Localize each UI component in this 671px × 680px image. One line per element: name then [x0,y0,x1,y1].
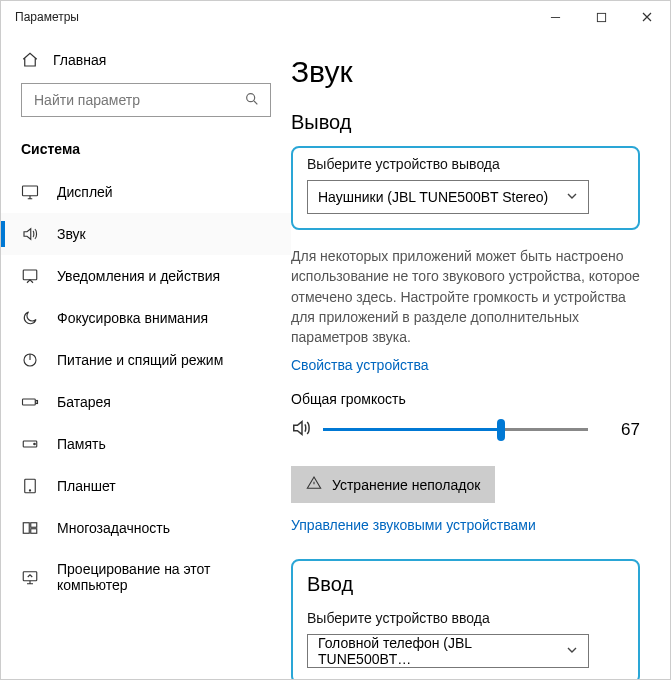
output-description: Для некоторых приложений может быть наст… [291,246,640,347]
output-select-label: Выберите устройство вывода [307,156,624,172]
sidebar-item-projecting[interactable]: Проецирование на этот компьютер [1,549,291,605]
settings-window: Параметры Главная [0,0,671,680]
sidebar-item-label: Планшет [57,478,116,494]
tablet-icon [21,477,39,495]
svg-rect-13 [31,529,37,534]
troubleshoot-button[interactable]: Устранение неполадок [291,466,495,503]
sidebar-item-battery[interactable]: Батарея [1,381,291,423]
input-device-dropdown[interactable]: Головной телефон (JBL TUNE500BT… [307,634,589,668]
sidebar-item-label: Фокусировка внимания [57,310,208,326]
window-controls [532,1,670,33]
svg-point-1 [247,93,255,101]
chevron-down-icon [566,189,578,205]
warning-icon [306,475,322,494]
sidebar-item-notifications[interactable]: Уведомления и действия [1,255,291,297]
input-device-value: Головной телефон (JBL TUNE500BT… [318,635,566,667]
home-link[interactable]: Главная [1,41,291,79]
sound-icon [21,225,39,243]
output-heading: Вывод [291,111,640,134]
sidebar: Главная Система Дисплей [1,33,291,679]
troubleshoot-label: Устранение неполадок [332,477,480,493]
chevron-down-icon [566,643,578,659]
search-input-wrap[interactable] [21,83,271,117]
svg-rect-12 [31,523,37,528]
sidebar-item-label: Многозадачность [57,520,170,536]
sidebar-item-display[interactable]: Дисплей [1,171,291,213]
output-device-highlight: Выберите устройство вывода Наушники (JBL… [291,146,640,230]
projecting-icon [21,568,39,586]
svg-rect-0 [597,13,605,21]
power-icon [21,351,39,369]
svg-point-8 [34,443,36,445]
content: Звук Вывод Выберите устройство вывода На… [291,33,670,679]
multitasking-icon [21,519,39,537]
output-device-value: Наушники (JBL TUNE500BT Stereo) [318,189,548,205]
sidebar-item-sound[interactable]: Звук [1,213,291,255]
home-label: Главная [53,52,106,68]
window-title: Параметры [15,10,79,24]
svg-rect-11 [23,523,29,534]
sidebar-item-multitasking[interactable]: Многозадачность [1,507,291,549]
input-select-label: Выберите устройство ввода [307,610,624,626]
sidebar-item-label: Уведомления и действия [57,268,220,284]
display-icon [21,183,39,201]
sidebar-item-label: Проецирование на этот компьютер [57,561,271,593]
sidebar-item-label: Память [57,436,106,452]
sidebar-item-focus-assist[interactable]: Фокусировка внимания [1,297,291,339]
sidebar-item-label: Звук [57,226,86,242]
volume-slider[interactable] [323,420,588,440]
page-title: Звук [291,55,640,89]
sidebar-section-label: Система [1,135,291,171]
sidebar-item-power[interactable]: Питание и спящий режим [1,339,291,381]
sidebar-item-tablet[interactable]: Планшет [1,465,291,507]
volume-label: Общая громкость [291,391,640,407]
battery-icon [21,393,39,411]
titlebar: Параметры [1,1,670,33]
output-device-dropdown[interactable]: Наушники (JBL TUNE500BT Stereo) [307,180,589,214]
input-heading: Ввод [307,573,624,596]
sidebar-item-storage[interactable]: Память [1,423,291,465]
search-icon [244,91,260,110]
maximize-button[interactable] [578,1,624,33]
speaker-icon[interactable] [291,417,313,442]
notifications-icon [21,267,39,285]
close-button[interactable] [624,1,670,33]
body: Главная Система Дисплей [1,33,670,679]
sidebar-item-label: Дисплей [57,184,113,200]
sidebar-item-label: Батарея [57,394,111,410]
storage-icon [21,435,39,453]
input-device-highlight: Ввод Выберите устройство ввода Головной … [291,559,640,679]
svg-point-10 [29,490,30,491]
search-input[interactable] [32,91,244,109]
volume-row: 67 [291,417,640,442]
svg-rect-14 [23,572,37,581]
svg-rect-6 [36,401,38,404]
manage-devices-link[interactable]: Управление звуковыми устройствами [291,517,640,533]
svg-rect-3 [23,270,37,280]
minimize-button[interactable] [532,1,578,33]
svg-rect-5 [23,399,36,405]
device-properties-link[interactable]: Свойства устройства [291,357,640,373]
moon-icon [21,309,39,327]
home-icon [21,51,39,69]
volume-value: 67 [601,420,640,440]
svg-rect-2 [23,186,38,196]
sidebar-item-label: Питание и спящий режим [57,352,223,368]
